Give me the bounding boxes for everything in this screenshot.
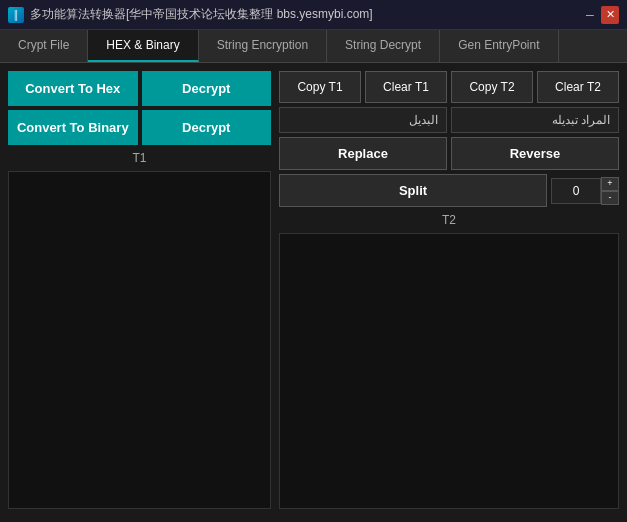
clear-t1-button[interactable]: Clear T1 bbox=[365, 71, 447, 103]
app-title: 多功能算法转换器[华中帝国技术论坛收集整理 bbs.yesmybi.com] bbox=[30, 6, 373, 23]
close-button[interactable]: ✕ bbox=[601, 6, 619, 24]
main-content: Convert To Hex Decrypt Convert To Binary… bbox=[0, 63, 627, 517]
arabic-inputs-row bbox=[279, 107, 619, 133]
decrypt-binary-button[interactable]: Decrypt bbox=[142, 110, 272, 145]
replace-button[interactable]: Replace bbox=[279, 137, 447, 170]
split-stepper: + - bbox=[601, 177, 619, 205]
title-bar-left: ║ 多功能算法转换器[华中帝国技术论坛收集整理 bbs.yesmybi.com] bbox=[8, 6, 373, 23]
decrypt-hex-button[interactable]: Decrypt bbox=[142, 71, 272, 106]
tab-crypt-file[interactable]: Crypt File bbox=[0, 30, 88, 62]
copy-t1-button[interactable]: Copy T1 bbox=[279, 71, 361, 103]
tab-hex-binary[interactable]: HEX & Binary bbox=[88, 30, 198, 62]
left-panel: Convert To Hex Decrypt Convert To Binary… bbox=[8, 71, 271, 509]
binary-row: Convert To Binary Decrypt bbox=[8, 110, 271, 145]
t2-label: T2 bbox=[279, 211, 619, 229]
hex-row: Convert To Hex Decrypt bbox=[8, 71, 271, 106]
split-number-input[interactable] bbox=[551, 178, 601, 204]
title-bar-controls: ─ ✕ bbox=[581, 6, 619, 24]
copy-t2-button[interactable]: Copy T2 bbox=[451, 71, 533, 103]
split-row: Split + - bbox=[279, 174, 619, 207]
minimize-button[interactable]: ─ bbox=[581, 6, 599, 24]
tab-string-decrypt[interactable]: String Decrypt bbox=[327, 30, 440, 62]
convert-to-binary-button[interactable]: Convert To Binary bbox=[8, 110, 138, 145]
title-bar: ║ 多功能算法转换器[华中帝国技术论坛收集整理 bbs.yesmybi.com]… bbox=[0, 0, 627, 30]
top-buttons-row: Copy T1 Clear T1 Copy T2 Clear T2 bbox=[279, 71, 619, 103]
arabic-left-input[interactable] bbox=[451, 107, 619, 133]
replace-reverse-row: Replace Reverse bbox=[279, 137, 619, 170]
right-panel: Copy T1 Clear T1 Copy T2 Clear T2 Replac… bbox=[279, 71, 619, 509]
stepper-down-button[interactable]: - bbox=[601, 191, 619, 205]
tab-string-encryption[interactable]: String Encryption bbox=[199, 30, 327, 62]
tab-gen-entrypoint[interactable]: Gen EntryPoint bbox=[440, 30, 558, 62]
split-button[interactable]: Split bbox=[279, 174, 547, 207]
arabic-right-input[interactable] bbox=[279, 107, 447, 133]
t1-textarea[interactable] bbox=[8, 171, 271, 509]
stepper-up-button[interactable]: + bbox=[601, 177, 619, 191]
clear-t2-button[interactable]: Clear T2 bbox=[537, 71, 619, 103]
t2-textarea[interactable] bbox=[279, 233, 619, 509]
convert-to-hex-button[interactable]: Convert To Hex bbox=[8, 71, 138, 106]
reverse-button[interactable]: Reverse bbox=[451, 137, 619, 170]
tab-bar: Crypt File HEX & Binary String Encryptio… bbox=[0, 30, 627, 63]
t1-label: T1 bbox=[8, 149, 271, 167]
split-number-container: + - bbox=[551, 174, 619, 207]
app-icon: ║ bbox=[8, 7, 24, 23]
